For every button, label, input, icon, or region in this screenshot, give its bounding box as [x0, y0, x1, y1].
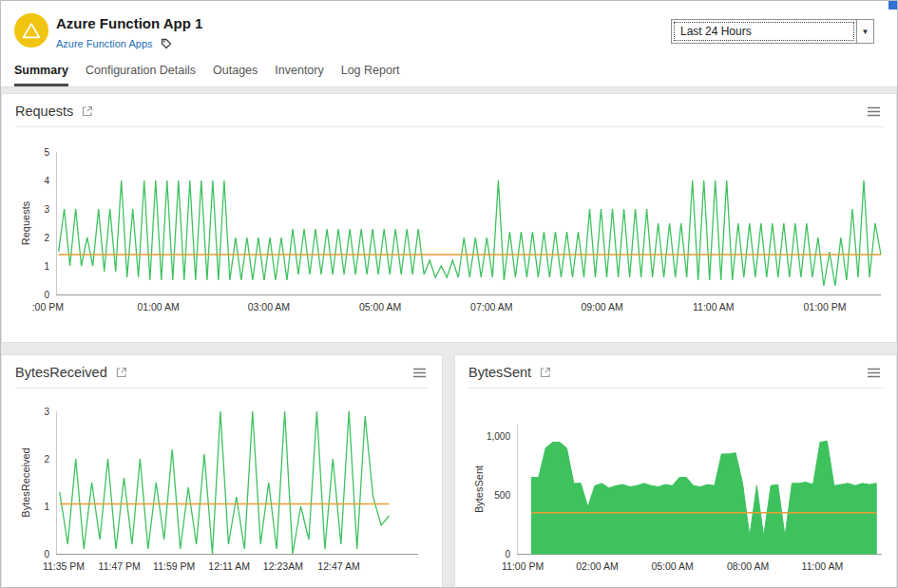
panel-title-requests: Requests: [15, 104, 73, 119]
panel-menu-icon[interactable]: [411, 366, 429, 380]
svg-text:11:35 PM: 11:35 PM: [43, 560, 85, 572]
svg-text:0: 0: [44, 290, 49, 300]
svg-text:11:47 PM: 11:47 PM: [99, 560, 141, 572]
svg-text:05:00 AM: 05:00 AM: [651, 560, 693, 572]
svg-text:12:23AM: 12:23AM: [263, 560, 303, 572]
tab-summary[interactable]: Summary: [14, 64, 68, 86]
svg-text:07:00 AM: 07:00 AM: [470, 301, 512, 313]
svg-text:3: 3: [44, 407, 49, 417]
svg-text:1: 1: [44, 502, 49, 512]
tab-inventory[interactable]: Inventory: [275, 64, 323, 86]
svg-text:08:00 AM: 08:00 AM: [727, 560, 769, 572]
panel-menu-icon[interactable]: [865, 104, 883, 119]
page-title: Azure Function App 1: [56, 13, 202, 32]
panel-title-bytesreceived: BytesReceived: [15, 365, 107, 380]
page-header: Azure Function App 1 Azure Function Apps…: [1, 1, 897, 87]
tab-log-report[interactable]: Log Report: [341, 64, 400, 86]
time-range-value: Last 24 Hours: [674, 22, 854, 41]
svg-text:5: 5: [44, 147, 49, 158]
bytes-sent-chart[interactable]: BytesSent 05001,00011:00 PM02:00 AM05:00…: [455, 389, 896, 588]
svg-text:03:00 AM: 03:00 AM: [248, 301, 290, 313]
svg-text:09:00 AM: 09:00 AM: [581, 301, 622, 313]
time-range-select[interactable]: Last 24 Hours ▼: [671, 19, 874, 44]
svg-text::00 PM: :00 PM: [32, 301, 64, 313]
svg-text:11:59 PM: 11:59 PM: [153, 560, 195, 572]
warning-triangle-icon: [21, 20, 42, 41]
tag-icon[interactable]: [161, 38, 172, 49]
requests-panel: Requests Requests 012345:00 PM01:00 AM03…: [1, 93, 897, 343]
corner-artifact: [888, 1, 897, 9]
svg-text:12:11 AM: 12:11 AM: [208, 560, 250, 572]
svg-text:01:00 AM: 01:00 AM: [137, 301, 179, 313]
svg-text:11:00 PM: 11:00 PM: [502, 560, 544, 572]
open-in-new-icon[interactable]: [116, 367, 127, 378]
svg-text:2: 2: [44, 454, 49, 465]
panel-title-bytessent: BytesSent: [468, 365, 531, 380]
svg-text:500: 500: [494, 490, 510, 501]
svg-text:11:00 AM: 11:00 AM: [802, 560, 844, 572]
tab-bar: Summary Configuration Details Outages In…: [1, 60, 897, 86]
svg-text:0: 0: [44, 549, 49, 560]
svg-text:1: 1: [44, 261, 49, 272]
dashboard-main: Requests Requests 012345:00 PM01:00 AM03…: [1, 93, 897, 588]
svg-text:11:00 AM: 11:00 AM: [693, 301, 735, 313]
svg-text:1,000: 1,000: [487, 431, 510, 442]
svg-text:12:47 AM: 12:47 AM: [317, 560, 359, 572]
requests-chart[interactable]: Requests 012345:00 PM01:00 AM03:00 AM05:…: [2, 127, 896, 342]
svg-text:4: 4: [44, 176, 49, 186]
bytes-received-chart[interactable]: BytesReceived 012311:35 PM11:47 PM11:59 …: [2, 389, 442, 588]
svg-text:05:00 AM: 05:00 AM: [359, 301, 401, 313]
dropdown-arrow-icon[interactable]: ▼: [856, 20, 873, 43]
svg-text:2: 2: [44, 233, 49, 243]
tab-configuration-details[interactable]: Configuration Details: [86, 64, 196, 86]
open-in-new-icon[interactable]: [82, 105, 93, 117]
azure-function-app-icon: [14, 13, 48, 47]
svg-text:0: 0: [505, 549, 510, 560]
panel-menu-icon[interactable]: [865, 366, 883, 380]
tab-outages[interactable]: Outages: [213, 64, 258, 86]
open-in-new-icon[interactable]: [540, 367, 551, 378]
bytes-received-panel: BytesReceived BytesReceived 012: [1, 354, 443, 588]
svg-text:3: 3: [44, 204, 49, 215]
bytes-sent-panel: BytesSent BytesSent 05001,00011: [454, 354, 897, 588]
breadcrumb-link[interactable]: Azure Function Apps: [56, 38, 153, 49]
svg-text:02:00 AM: 02:00 AM: [576, 560, 618, 572]
svg-text:01:00 PM: 01:00 PM: [803, 301, 846, 313]
